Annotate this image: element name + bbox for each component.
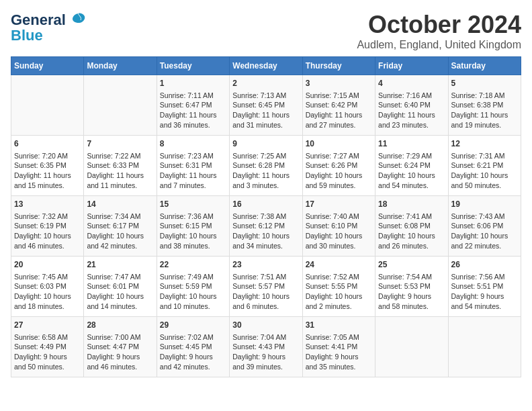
day-header-thursday: Thursday [302, 57, 375, 75]
cell-content: and 27 minutes. [306, 120, 372, 130]
cell-content: Sunrise: 7:18 AM [451, 91, 518, 101]
calendar-cell: 14Sunrise: 7:34 AMSunset: 6:17 PMDayligh… [84, 196, 157, 257]
cell-content: Daylight: 10 hours [87, 231, 153, 241]
cell-content: Daylight: 10 hours [451, 231, 518, 241]
cell-content: Daylight: 10 hours [378, 231, 445, 241]
cell-content: Daylight: 9 hours [306, 352, 372, 362]
calendar-cell: 3Sunrise: 7:15 AMSunset: 6:42 PMDaylight… [302, 75, 375, 136]
calendar-cell: 27Sunrise: 6:58 AMSunset: 4:49 PMDayligh… [11, 317, 84, 377]
calendar-week-row: 27Sunrise: 6:58 AMSunset: 4:49 PMDayligh… [11, 317, 521, 377]
cell-content: Sunset: 4:43 PM [232, 342, 299, 352]
cell-content: Sunset: 6:33 PM [87, 161, 153, 171]
cell-content: Sunset: 6:06 PM [451, 221, 518, 231]
cell-content: Daylight: 10 hours [160, 231, 226, 241]
cell-content: Daylight: 9 hours [232, 352, 299, 362]
calendar-cell: 19Sunrise: 7:43 AMSunset: 6:06 PMDayligh… [448, 196, 521, 257]
cell-content: Daylight: 11 hours [160, 171, 226, 181]
calendar-cell: 5Sunrise: 7:18 AMSunset: 6:38 PMDaylight… [448, 75, 521, 136]
day-number: 15 [160, 199, 226, 210]
cell-content: Sunrise: 7:34 AM [87, 212, 153, 222]
day-number: 8 [160, 138, 226, 150]
calendar-cell: 10Sunrise: 7:27 AMSunset: 6:26 PMDayligh… [302, 136, 375, 196]
day-number: 4 [378, 78, 445, 89]
calendar-cell: 23Sunrise: 7:51 AMSunset: 5:57 PMDayligh… [230, 257, 302, 317]
day-number: 10 [306, 138, 372, 150]
cell-content: and 50 minutes. [451, 181, 518, 191]
day-number: 1 [160, 78, 226, 89]
cell-content: Sunset: 6:24 PM [378, 161, 445, 171]
cell-content: and 42 minutes. [160, 362, 226, 372]
cell-content: Daylight: 11 hours [451, 110, 518, 120]
calendar-cell: 11Sunrise: 7:29 AMSunset: 6:24 PMDayligh… [375, 136, 448, 196]
cell-content: Sunset: 6:31 PM [160, 161, 226, 171]
cell-content: Sunset: 6:03 PM [14, 281, 81, 291]
day-number: 25 [378, 259, 445, 271]
day-number: 29 [160, 320, 226, 331]
cell-content: and 39 minutes. [232, 362, 299, 372]
cell-content: Daylight: 10 hours [160, 291, 226, 302]
cell-content: and 35 minutes. [306, 362, 372, 372]
cell-content: Daylight: 10 hours [14, 231, 81, 241]
cell-content: and 10 minutes. [160, 302, 226, 312]
cell-content: Sunrise: 7:27 AM [306, 151, 372, 161]
day-number: 28 [87, 320, 153, 331]
calendar-cell: 22Sunrise: 7:49 AMSunset: 5:59 PMDayligh… [157, 257, 229, 317]
cell-content: Sunrise: 7:20 AM [14, 151, 81, 161]
calendar-week-row: 6Sunrise: 7:20 AMSunset: 6:35 PMDaylight… [11, 136, 521, 196]
month-title: October 2024 [357, 11, 521, 39]
cell-content: Sunset: 4:47 PM [87, 342, 153, 352]
day-header-saturday: Saturday [448, 57, 521, 75]
cell-content: Sunrise: 7:22 AM [87, 151, 153, 161]
cell-content: Sunset: 6:45 PM [232, 100, 299, 110]
calendar-week-row: 20Sunrise: 7:45 AMSunset: 6:03 PMDayligh… [11, 257, 521, 317]
cell-content: Sunset: 6:42 PM [306, 100, 372, 110]
day-number: 19 [451, 199, 518, 210]
day-number: 3 [306, 78, 372, 89]
cell-content: Sunset: 5:57 PM [232, 281, 299, 291]
cell-content: Daylight: 9 hours [378, 291, 445, 302]
cell-content: and 50 minutes. [14, 362, 81, 372]
calendar-week-row: 1Sunrise: 7:11 AMSunset: 6:47 PMDaylight… [11, 75, 521, 136]
cell-content: and 46 minutes. [87, 362, 153, 372]
cell-content: and 6 minutes. [232, 302, 299, 312]
cell-content: Daylight: 11 hours [232, 171, 299, 181]
calendar-cell: 25Sunrise: 7:54 AMSunset: 5:53 PMDayligh… [375, 257, 448, 317]
cell-content: Daylight: 9 hours [14, 352, 81, 362]
calendar-cell: 2Sunrise: 7:13 AMSunset: 6:45 PMDaylight… [230, 75, 302, 136]
cell-content: and 14 minutes. [87, 302, 153, 312]
cell-content: Sunrise: 7:16 AM [378, 91, 445, 101]
calendar-cell [84, 75, 157, 136]
cell-content: and 19 minutes. [451, 120, 518, 130]
cell-content: Sunrise: 7:40 AM [306, 212, 372, 222]
day-number: 5 [451, 78, 518, 89]
cell-content: and 46 minutes. [14, 241, 81, 251]
cell-content: Sunrise: 7:43 AM [451, 212, 518, 222]
cell-content: Daylight: 9 hours [160, 352, 226, 362]
calendar-cell [448, 317, 521, 377]
cell-content: Sunrise: 7:38 AM [232, 212, 299, 222]
day-number: 26 [451, 259, 518, 271]
cell-content: Daylight: 10 hours [232, 291, 299, 302]
cell-content: and 7 minutes. [160, 181, 226, 191]
cell-content: Sunrise: 7:32 AM [14, 212, 81, 222]
calendar-week-row: 13Sunrise: 7:32 AMSunset: 6:19 PMDayligh… [11, 196, 521, 257]
calendar-cell [11, 75, 84, 136]
cell-content: and 18 minutes. [14, 302, 81, 312]
cell-content: Sunrise: 7:36 AM [160, 212, 226, 222]
day-number: 31 [306, 320, 372, 331]
calendar-cell: 9Sunrise: 7:25 AMSunset: 6:28 PMDaylight… [230, 136, 302, 196]
cell-content: Sunrise: 7:47 AM [87, 272, 153, 282]
day-number: 7 [87, 138, 153, 150]
cell-content: Daylight: 11 hours [160, 110, 226, 120]
calendar-header-row: SundayMondayTuesdayWednesdayThursdayFrid… [11, 57, 521, 75]
logo-bird-icon [69, 11, 87, 30]
day-header-tuesday: Tuesday [157, 57, 229, 75]
cell-content: Sunrise: 7:29 AM [378, 151, 445, 161]
calendar-cell: 18Sunrise: 7:41 AMSunset: 6:08 PMDayligh… [375, 196, 448, 257]
day-header-sunday: Sunday [11, 57, 84, 75]
logo-blue: Blue [11, 27, 43, 44]
calendar-cell: 8Sunrise: 7:23 AMSunset: 6:31 PMDaylight… [157, 136, 229, 196]
day-number: 22 [160, 259, 226, 271]
cell-content: Sunrise: 7:25 AM [232, 151, 299, 161]
cell-content: Daylight: 10 hours [87, 291, 153, 302]
